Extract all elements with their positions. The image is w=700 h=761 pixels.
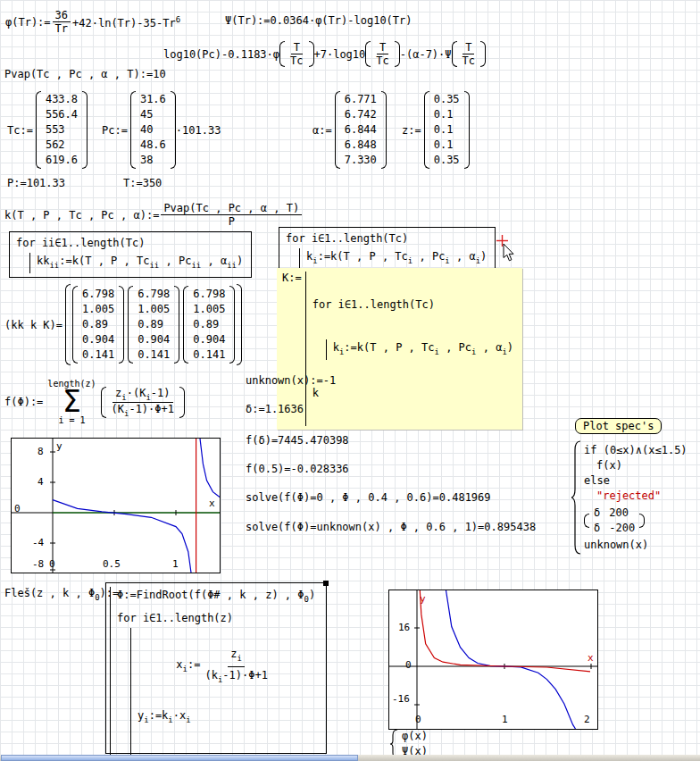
plot-specs-program[interactable]: if (0≤x)∧(x≤1.5) f(x) else "rejected" δ …: [571, 439, 688, 556]
findroot-line: Φ:=FindRoot(f(Φ# , k , z) , Φ0): [117, 587, 326, 607]
vector-values: 6.7716.7426.8446.8487.330: [341, 91, 380, 169]
list-value: 562: [46, 138, 65, 153]
selection-handle[interactable]: [323, 581, 329, 586]
right-paren: [229, 286, 235, 364]
vector: 6.7716.7426.8446.8487.330: [335, 91, 387, 169]
result-solve-2[interactable]: solve(f(Φ)=unknown(x) , Φ , 0.6 , 1)=0.8…: [246, 521, 536, 533]
math-text: +7·log10: [314, 48, 366, 61]
result-f-half[interactable]: f(0.5)=-0.028336: [246, 463, 349, 475]
math-text: Fleš(z , k , Φ0):=: [4, 587, 119, 602]
y-tick-label: 16: [398, 622, 410, 633]
list-value: 0.89: [82, 317, 108, 332]
definition-T[interactable]: T:=350: [123, 177, 162, 189]
vector-values: 6.7981.0050.890.9040.141: [134, 286, 173, 364]
vector-values: 6.7981.0050.890.9040.141: [189, 286, 229, 364]
pvap-exponent[interactable]: log10(Pc)-0.1183·φ TTc +7·log10 TTc -(α-…: [163, 41, 486, 67]
formula-phi-def[interactable]: φ(Tr):= 36 Tr +42·ln(Tr)-35-Tr6: [5, 9, 180, 35]
fraction: zi (ki-1)·Φ+1: [202, 646, 270, 688]
y-assignment: yi:=ki·xi: [138, 707, 326, 728]
x-axis-label: x: [209, 498, 215, 509]
math-text: xi:=: [176, 656, 200, 677]
formula-k-def[interactable]: k(T , P , Tc , Pc , α):= Pvap(Tc , Pc , …: [4, 202, 304, 228]
list-value: 0.35: [434, 92, 460, 107]
definition-P[interactable]: P:=101.33: [7, 177, 65, 189]
plot-specs-title: Plot spec's: [583, 420, 654, 432]
list-value: 556.4: [46, 107, 78, 122]
list-value: 7.330: [345, 153, 377, 168]
x-tick-label: 2: [584, 714, 590, 725]
formula-psi-def[interactable]: Ψ(Tr):=0.0364·φ(Tr)-log10(Tr): [225, 14, 412, 27]
horizontal-scrollbar[interactable]: [0, 755, 700, 761]
K-program-block[interactable]: K:= for i∈1..length(Tc) ki:=k(T , P , Tc…: [277, 268, 522, 430]
fraction-denominator: Tc: [460, 54, 478, 67]
list-value: 6.771: [345, 92, 377, 107]
list-value: 619.6: [46, 153, 78, 168]
matrix-result-kkK[interactable]: (kk k K)= 6.7981.0050.890.9040.141 6.798…: [4, 282, 242, 367]
math-text: T:=350: [123, 177, 162, 189]
smath-worksheet: { "colors":{"accent_red":"#cc0000","curv…: [0, 0, 700, 761]
scrollbar-thumb[interactable]: [1, 755, 358, 761]
matrix-cell: 200: [609, 506, 635, 521]
outer-parens: 6.7981.0050.890.9040.141 6.7981.0050.890…: [65, 284, 242, 365]
vector-values: 433.8556.4553562619.6: [42, 91, 81, 169]
y-tick-label: 4: [38, 476, 44, 488]
left-plot-f[interactable]: y x 8 4 -4 -8 0 0 0.5 1: [11, 438, 221, 573]
list-value: 0.89: [138, 317, 163, 332]
origin-tick-label: 0: [14, 503, 21, 514]
list-value: 31.6: [140, 92, 166, 107]
vector-label: α:=: [312, 124, 332, 137]
math-text: P:=101.33: [7, 177, 65, 189]
for-loop-kk-block[interactable]: for ii∈1..length(Tc) kkii:=k(T , P , Tci…: [9, 231, 252, 278]
plot-specs-title-box[interactable]: Plot spec's: [575, 418, 662, 434]
matrix-cell: -200: [609, 521, 635, 536]
delta-range-matrix: δ 200 δ -200: [584, 506, 688, 536]
definition-unknown[interactable]: unknown(x):=-1: [246, 374, 336, 387]
fles-program-block[interactable]: Φ:=FindRoot(f(Φ# , k , z) , Φ0) for i∈1.…: [105, 582, 327, 754]
vector-Tc[interactable]: Tc:= 433.8556.4553562619.6: [7, 89, 88, 171]
fraction-numerator: 36: [53, 9, 71, 22]
result-solve-1[interactable]: solve(f(Φ)=0 , Φ , 0.4 , 0.6)=0.481969: [246, 491, 491, 504]
vector-alpha[interactable]: α:= 6.7716.7426.8446.8487.330: [312, 89, 387, 171]
list-value: φ(x): [402, 729, 428, 744]
fraction-denominator: Tr: [53, 22, 71, 35]
list-value: 0.141: [193, 347, 225, 363]
paren-group: zi·(Ki-1) (Ki-1)·Φ+1: [101, 387, 185, 418]
list-value: 0.1: [434, 122, 454, 138]
for-loop-k-block[interactable]: for i∈1..length(Tc) ki:=k(T , P , Tci , …: [279, 227, 496, 273]
math-text: Pvap(Tc , Pc , α , T):=10: [4, 68, 166, 80]
for-line: for i∈1..length(Tc): [312, 297, 513, 313]
formula-pvap-def[interactable]: Pvap(Tc , Pc , α , T):=10: [4, 68, 166, 80]
else-line: else: [584, 473, 688, 489]
list-value: 0.89: [193, 317, 219, 332]
right-plot-phi-psi[interactable]: y x 16 0 -16 0 1 2: [388, 590, 598, 730]
left-paren: [452, 41, 457, 67]
fles-lhs[interactable]: Fleš(z , k , Φ0):=: [4, 587, 119, 602]
vector: 6.7981.0050.890.9040.141: [183, 286, 235, 364]
vector-values: 6.7981.0050.890.9040.141: [79, 286, 118, 364]
x-tick-label: 1: [502, 714, 508, 725]
math-text: δ:=1.1636: [246, 403, 304, 415]
right-paren: [174, 286, 179, 364]
math-text: φ(Tr):=: [5, 16, 51, 29]
vector-Pc[interactable]: Pc:= 31.6454048.638 ·101.33: [102, 89, 221, 171]
result-f-delta[interactable]: f(δ)=7445.470398: [246, 434, 349, 447]
list-value: 45: [140, 107, 153, 122]
definition-delta[interactable]: δ:=1.1636: [246, 403, 304, 415]
y-tick-label: -4: [32, 537, 44, 548]
vector-z[interactable]: z:= 0.350.10.10.10.35: [402, 89, 470, 171]
vector-label: Tc:=: [7, 124, 33, 137]
right-paren: [381, 91, 387, 169]
curly-brace-icon: [571, 439, 581, 556]
vector-suffix: ·101.33: [176, 124, 221, 137]
x-tick-label: 0.5: [103, 558, 121, 570]
list-value: 553: [46, 122, 65, 138]
fraction-numerator: Pvap(Tc , Pc , α , T): [161, 202, 302, 215]
if-line: if (0≤x)∧(x≤1.5): [584, 443, 688, 458]
right-paren: [639, 514, 645, 528]
list-value: 0.141: [138, 347, 170, 363]
math-text: f(Φ):=: [4, 396, 43, 408]
list-value: 433.8: [46, 92, 78, 107]
x-tick-label: 1: [172, 558, 179, 570]
y-axis-label: y: [420, 593, 426, 605]
formula-f-def[interactable]: f(Φ):= length(z) Σ i = 1 zi·(Ki-1) (Ki-1…: [4, 379, 185, 425]
